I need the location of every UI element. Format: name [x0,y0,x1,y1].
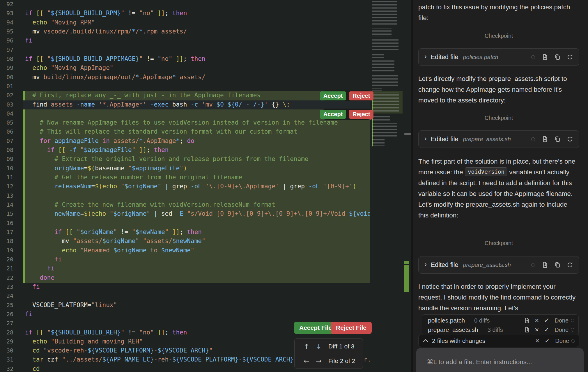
line-number: 15 [0,210,13,217]
reject-file-icon[interactable]: × [532,316,542,325]
code-text: if [[ "$origName" != "$newName" ]]; then [25,228,202,235]
edited-file-card[interactable]: ›Edited fileprepare_assets.sh [418,130,579,148]
scrollbar-thumb[interactable] [404,133,411,135]
diff-count: 0 diffs [474,317,524,324]
code-line: 95 mv vscode/.build/linux/rpm/*/*.rpm as… [0,27,370,37]
line-number: 08 [0,146,13,153]
overview-diff-marker [404,265,409,292]
revert-icon[interactable] [566,54,573,61]
code-line: 92 [0,0,370,9]
diff-added-gutter-bar [23,192,25,201]
chat-input-placeholder: ⌘L to add a file. Enter instructions... [427,358,532,366]
copy-icon[interactable] [554,136,561,143]
card-filename: prepare_assets.sh [463,136,531,143]
line-number: 28 [0,329,13,336]
code-line: 21 fi [0,264,370,274]
code-text: cd [25,365,40,372]
chevron-up-icon[interactable] [423,339,428,343]
status-circle-icon [571,339,575,343]
line-number: 18 [0,238,13,245]
line-number: 29 [0,338,13,345]
chat-input[interactable]: ⌘L to add a file. Enter instructions... [416,348,584,372]
code-line: 20 fi [0,255,370,265]
status-circle-icon [571,319,574,322]
line-number: 09 [0,155,13,162]
code-line: 23 fi [0,283,370,292]
line-number: 19 [0,247,13,254]
code-line: 26fi [0,310,370,319]
code-text: if [[ "${SHOULD_BUILD_REH}" != "no" ]]; … [25,329,187,336]
diff-added-gutter-bar [23,137,25,146]
status-circle-icon [571,328,574,332]
changed-files-list: policies.patch0 diffs×✓Doneprepare_asset… [422,314,579,335]
open-file-icon[interactable] [541,136,548,143]
code-line: 18 mv "assets/$origName" "assets/$newNam… [0,237,370,246]
diff-added-gutter-bar [23,155,25,164]
next-file-icon[interactable]: → [313,357,325,365]
accept-file-icon[interactable]: ✓ [542,317,552,324]
copy-icon[interactable] [554,261,561,268]
reject-file-button[interactable]: Reject File [331,322,372,334]
reject-hunk-button[interactable]: Reject [349,110,373,119]
minimap-code-block [372,115,390,122]
chat-paragraph: The first part of the solution is in pla… [418,156,579,221]
line-number: 21 [0,265,13,272]
code-text: # Create the new filename with voidVersi… [25,201,275,208]
code-line: 97 [0,46,370,55]
line-number: 96 [0,37,13,44]
prev-file-icon[interactable]: ← [300,357,313,365]
code-line: 09 # Extract the original version and re… [0,155,370,164]
line-number: 95 [0,28,13,35]
line-number: 06 [0,128,13,135]
code-line: 00 mv build/linux/appimage/out/*.AppImag… [0,73,370,82]
expand-chevron-icon[interactable]: › [424,260,427,268]
edited-file-card[interactable]: ›Edited filepolicies.patch [418,48,579,66]
app-window: 9293if [[ "${SHOULD_BUILD_RPM}" != "no" … [0,0,588,372]
chat-paragraph: patch to fix this issue by modifying the… [418,2,579,23]
open-file-icon[interactable] [541,261,548,268]
files-summary-bar[interactable]: 2 files with changes × ✓ Done [418,335,579,347]
diff-added-gutter-bar [23,146,25,155]
checkpoint-label: Checkpoint [418,115,579,121]
prev-diff-icon[interactable]: ↑ [300,343,313,350]
card-title: Edited file [431,136,458,143]
reject-hunk-button[interactable]: Reject [349,91,373,100]
accept-all-icon[interactable]: ✓ [542,337,552,345]
code-text: origName=$(basename "$appimageFile") [25,165,187,172]
line-number: 03 [0,101,13,108]
done-all-button[interactable]: Done [555,338,569,344]
revert-icon[interactable] [566,136,573,143]
edited-file-card[interactable]: ›Edited fileprepare_assets.sh [418,256,579,274]
revert-icon[interactable] [566,261,573,268]
line-number: 07 [0,137,13,144]
code-line: 08 if [[ -f "$appimageFile" ]]; then [0,146,370,155]
code-line: 01 [0,82,370,91]
open-file-icon[interactable] [524,327,530,333]
minimap-code-block [372,39,399,52]
file-name: prepare_assets.sh [428,326,478,333]
code-text: echo "Moving RPM" [25,19,95,26]
expand-chevron-icon[interactable]: › [424,52,427,61]
code-editor[interactable]: 9293if [[ "${SHOULD_BUILD_RPM}" != "no" … [0,0,370,372]
reject-all-icon[interactable]: × [532,337,542,345]
code-text: if [[ "${SHOULD_BUILD_APPIMAGE}" != "no"… [25,55,206,62]
next-diff-icon[interactable]: ↓ [313,343,325,350]
minimap[interactable] [370,0,411,372]
accept-hunk-button[interactable]: Accept [320,91,346,100]
done-button[interactable]: Done [555,317,568,324]
reject-file-icon[interactable]: × [532,326,542,334]
diff-added-gutter-bar [23,219,25,228]
diff-added-gutter-bar [23,246,25,256]
done-button[interactable]: Done [555,327,568,333]
open-file-icon[interactable] [524,317,530,324]
code-line: 04 [0,109,370,119]
accept-file-icon[interactable]: ✓ [542,326,552,334]
open-file-icon[interactable] [541,54,548,61]
line-number: 32 [0,365,13,372]
accept-hunk-button[interactable]: Accept [320,110,346,119]
card-filename: prepare_assets.sh [463,262,531,268]
line-number: 05 [0,119,13,126]
files-summary-label: 2 files with changes [432,337,532,344]
copy-icon[interactable] [554,54,561,61]
expand-chevron-icon[interactable]: › [424,134,427,143]
